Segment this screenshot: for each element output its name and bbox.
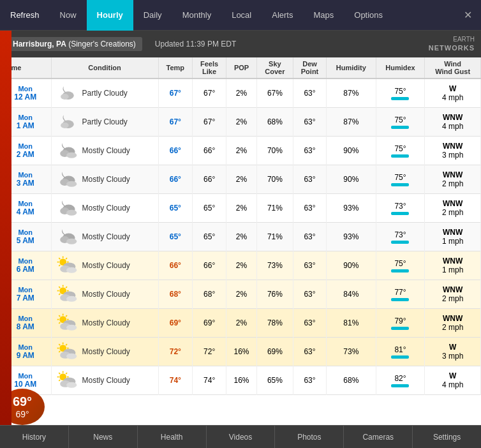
condition-text: Mostly Cloudy (82, 376, 130, 385)
time-hour: 9 AM (17, 351, 34, 360)
time-hour: 8 AM (17, 322, 34, 331)
humidex-cell: 73° (376, 194, 425, 223)
wind-direction: WNW (443, 257, 463, 265)
condition-text: Mostly Cloudy (82, 347, 130, 356)
feels-like-cell: 66° (193, 165, 226, 194)
humidex-value: 73° (394, 230, 406, 239)
wind-gust: 3 mph (442, 151, 463, 160)
wind-gust: 3 mph (442, 352, 463, 361)
nav-alerts[interactable]: Alerts (262, 0, 303, 31)
humidex-cell: 75° (376, 137, 425, 165)
wind-gust: 1 mph (442, 265, 463, 274)
svg-line-58 (59, 344, 60, 345)
time-hour: 2 AM (17, 150, 34, 159)
wind-gust: 4 mph (442, 93, 463, 102)
feels-like-cell: 67° (193, 78, 226, 108)
pop-cell: 2% (226, 137, 257, 165)
bottom-photos[interactable]: Photos (275, 426, 344, 449)
svg-point-15 (66, 239, 77, 244)
svg-point-12 (66, 210, 77, 216)
weather-icon-mostly-cloudy-day (56, 340, 78, 363)
humidex-value: 82° (394, 374, 406, 383)
bottom-settings[interactable]: Settings (413, 426, 481, 449)
logo-earth: EARTH (429, 36, 475, 43)
condition-text: Mostly Cloudy (82, 204, 130, 213)
wind-direction: WNW (443, 142, 463, 151)
pop-cell: 2% (226, 194, 257, 223)
bottom-videos[interactable]: Videos (207, 426, 276, 449)
bottom-history[interactable]: History (0, 426, 69, 449)
humidity-cell: 81% (327, 309, 376, 338)
weather-icon-partly-cloudy-night (56, 110, 78, 133)
top-navigation: Refresh Now Hourly Daily Monthly Local A… (0, 0, 481, 31)
nav-monthly[interactable]: Monthly (172, 0, 222, 31)
nav-now[interactable]: Now (50, 0, 87, 31)
bottom-news[interactable]: News (69, 426, 138, 449)
weather-icon-mostly-cloudy-day (56, 254, 78, 277)
col-humidex: Humidex (376, 57, 425, 78)
dew-point-cell: 63° (293, 366, 326, 395)
dew-point-cell: 63° (293, 309, 326, 338)
humidity-cell: 73% (327, 338, 376, 366)
updated-text: Updated 11:39 PM EDT (155, 40, 236, 49)
temp-cell: 74° (158, 366, 193, 395)
table-row: Mon5 AMMostly Cloudy65°65°2%71%63°93%73°… (0, 223, 481, 251)
wind-gust: 2 mph (442, 208, 463, 217)
sky-cover-cell: 65% (256, 366, 293, 395)
wind-gust: 2 mph (442, 179, 463, 188)
table-row: Mon4 AMMostly Cloudy65°65°2%71%63°93%73°… (0, 194, 481, 223)
nav-maps[interactable]: Maps (303, 0, 344, 31)
table-row: Mon9 AMMostly Cloudy72°72°16%69%63°73%81… (0, 338, 481, 366)
weather-table-container[interactable]: Time Condition Temp FeelsLike POP SkyCov… (0, 57, 481, 425)
temp-cell: 67° (158, 78, 193, 108)
close-button[interactable]: ✕ (455, 0, 481, 31)
wind-gust-cell: WNW2 mph (425, 194, 481, 223)
time-hour: 7 AM (17, 294, 34, 302)
bottom-cameras[interactable]: Cameras (344, 426, 413, 449)
table-header-row: Time Condition Temp FeelsLike POP SkyCov… (0, 57, 481, 78)
wind-direction: WNW (443, 285, 463, 294)
condition-cell: Mostly Cloudy (51, 137, 158, 165)
nav-daily[interactable]: Daily (133, 0, 172, 31)
time-hour: 6 AM (17, 265, 34, 274)
humidex-value: 77° (394, 288, 406, 297)
condition-cell: Mostly Cloudy (51, 165, 158, 194)
humidex-value: 75° (394, 144, 406, 153)
humidex-value: 75° (394, 259, 406, 268)
feels-like-cell: 66° (193, 137, 226, 165)
weather-icon-mostly-cloudy-night (56, 197, 78, 220)
condition-text: Mostly Cloudy (82, 318, 130, 327)
bottom-health[interactable]: Health (138, 426, 207, 449)
humidex-bar (391, 327, 409, 330)
humidex-cell: 73° (376, 223, 425, 251)
humidity-cell: 68% (327, 366, 376, 395)
condition-cell: Mostly Cloudy (51, 338, 158, 366)
temp-cell: 66° (158, 251, 193, 280)
wind-gust: 2 mph (442, 294, 463, 303)
humidex-value: 75° (394, 87, 406, 96)
wind-gust-cell: WNW2 mph (425, 165, 481, 194)
weather-icon-mostly-cloudy-day (56, 369, 78, 392)
nav-local[interactable]: Local (221, 0, 262, 31)
nav-hourly[interactable]: Hourly (87, 0, 133, 31)
condition-cell: Mostly Cloudy (51, 280, 158, 309)
dew-point-cell: 63° (293, 194, 326, 223)
nav-refresh[interactable]: Refresh (0, 0, 50, 31)
dew-point-cell: 63° (293, 223, 326, 251)
condition-cell: Mostly Cloudy (51, 309, 158, 338)
svg-point-6 (66, 153, 77, 158)
wind-gust-cell: W4 mph (425, 366, 481, 395)
condition-cell: Mostly Cloudy (51, 223, 158, 251)
humidity-cell: 93% (327, 223, 376, 251)
svg-line-44 (59, 322, 60, 324)
humidity-cell: 87% (327, 78, 376, 108)
sky-cover-cell: 67% (256, 78, 293, 108)
wind-gust-cell: WNW2 mph (425, 280, 481, 309)
nav-options[interactable]: Options (344, 0, 393, 31)
wind-direction: WNW (443, 113, 463, 122)
svg-point-63 (66, 354, 77, 359)
weather-icon-mostly-cloudy-night (56, 168, 78, 191)
feels-like-cell: 72° (193, 338, 226, 366)
humidex-cell: 82° (376, 366, 425, 395)
pop-cell: 2% (226, 78, 257, 108)
